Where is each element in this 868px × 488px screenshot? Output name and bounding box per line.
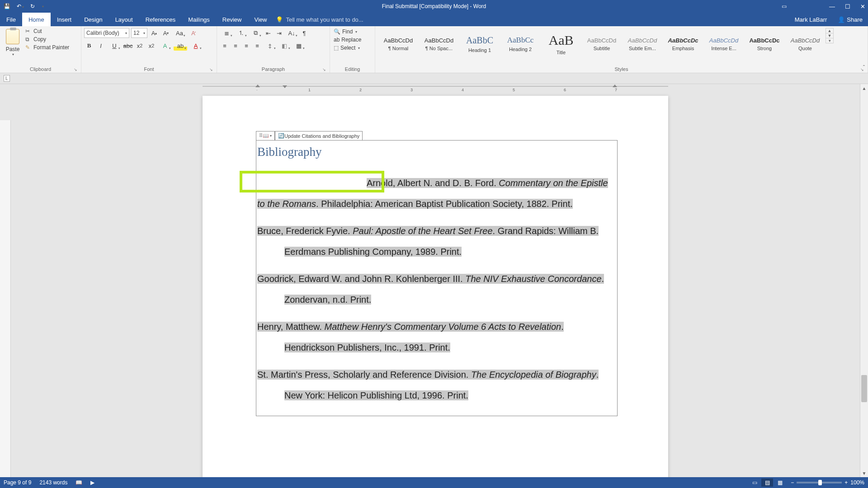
superscript-button[interactable]: x2 — [146, 41, 156, 51]
strikethrough-button[interactable]: abc — [123, 41, 133, 51]
change-case-button[interactable]: Aa — [173, 28, 186, 38]
tab-home[interactable]: Home — [22, 13, 51, 26]
shading-button[interactable]: ◧ — [278, 41, 291, 51]
macro-icon[interactable]: ▶ — [90, 479, 94, 486]
copy-button[interactable]: Copy — [25, 36, 69, 42]
status-bar: Page 9 of 9 2143 words 📖 ▶ ▭ ▤ ▦ − + 100… — [0, 477, 868, 488]
style-subtle-em-[interactable]: AaBbCcDdSubtle Em... — [622, 28, 663, 60]
ruler-corner: L — [0, 73, 868, 84]
text-effects-button[interactable]: A — [158, 41, 172, 51]
decrease-indent-button[interactable]: ⇤ — [263, 28, 273, 38]
style-intense-e-[interactable]: AaBbCcDdIntense E... — [703, 28, 744, 60]
update-citations-button[interactable]: 🔄 Update Citations and Bibliography — [275, 131, 363, 140]
tab-mailings[interactable]: Mailings — [182, 13, 216, 26]
replace-button[interactable]: abReplace — [333, 36, 362, 43]
scroll-down-icon[interactable]: ▼ — [860, 469, 868, 477]
show-marks-button[interactable]: ¶ — [299, 28, 309, 38]
redo-icon[interactable]: ↻ — [30, 3, 35, 9]
style-strong[interactable]: AaBbCcDcStrong — [744, 28, 785, 60]
vertical-ruler[interactable] — [0, 120, 11, 477]
zoom-level[interactable]: 100% — [850, 479, 864, 486]
style--no-spac-[interactable]: AaBbCcDd¶ No Spac... — [419, 28, 459, 60]
tab-review[interactable]: Review — [216, 13, 248, 26]
tab-layout[interactable]: Layout — [109, 13, 139, 26]
paste-button[interactable]: Paste ▾ — [3, 28, 23, 56]
share-button[interactable]: 👤 Share — [832, 13, 868, 26]
styles-up-icon[interactable]: ▲ — [826, 28, 833, 33]
tab-file[interactable]: File — [0, 13, 22, 26]
align-left-button[interactable]: ≡ — [220, 41, 230, 51]
justify-button[interactable]: ≡ — [252, 41, 262, 51]
paragraph-launcher-icon[interactable]: ↘ — [322, 67, 326, 72]
tab-selector[interactable]: L — [4, 75, 10, 82]
page-indicator[interactable]: Page 9 of 9 — [4, 479, 31, 486]
style-quote[interactable]: AaBbCcDdQuote — [785, 28, 826, 60]
bibliography-options-handle[interactable]: ⠿📖▾ — [256, 131, 275, 140]
font-name-select[interactable]: Calibri (Body)▾ — [84, 28, 129, 38]
scrollbar-thumb[interactable] — [861, 375, 867, 402]
highlight-button[interactable]: ab — [174, 41, 187, 51]
tab-design[interactable]: Design — [78, 13, 108, 26]
zoom-out-button[interactable]: − — [791, 479, 794, 486]
shrink-font-button[interactable]: A▾ — [161, 28, 171, 38]
user-name[interactable]: Mark LaBarr — [789, 13, 833, 26]
sort-button[interactable]: A↓ — [285, 28, 298, 38]
minimize-icon[interactable]: ― — [829, 3, 835, 10]
read-mode-button[interactable]: ▭ — [749, 479, 760, 487]
word-count[interactable]: 2143 words — [39, 479, 67, 486]
styles-down-icon[interactable]: ▼ — [826, 33, 833, 38]
undo-icon[interactable]: ↶▾ — [17, 3, 24, 9]
vertical-scrollbar[interactable]: ▲ ▼ — [860, 84, 868, 477]
close-icon[interactable]: ✕ — [860, 3, 865, 10]
font-size-select[interactable]: 12▾ — [131, 28, 147, 38]
clear-formatting-button[interactable]: A̛ — [188, 28, 198, 38]
align-center-button[interactable]: ≡ — [231, 41, 241, 51]
tell-me-search[interactable]: 💡 Tell me what you want to do... — [276, 13, 363, 26]
zoom-slider[interactable] — [797, 482, 842, 483]
ribbon-display-icon[interactable]: ▭ — [782, 3, 787, 9]
styles-more-icon[interactable]: ▾ — [826, 38, 833, 43]
scroll-up-icon[interactable]: ▲ — [860, 84, 868, 92]
maximize-icon[interactable]: ☐ — [845, 3, 850, 10]
tab-insert[interactable]: Insert — [51, 13, 78, 26]
bibliography-field[interactable]: Bibliography Arnold, Albert N. and D. B.… — [256, 140, 618, 416]
select-button[interactable]: ⬚Select▾ — [333, 44, 362, 52]
underline-button[interactable]: U — [108, 41, 121, 51]
tab-view[interactable]: View — [248, 13, 273, 26]
bold-button[interactable]: B — [84, 41, 94, 51]
numbering-button[interactable]: ⒈ — [234, 28, 248, 38]
grow-font-button[interactable]: A▴ — [149, 28, 159, 38]
horizontal-ruler[interactable]: · 1234567 — [203, 86, 668, 87]
borders-button[interactable]: ▦ — [292, 41, 306, 51]
cut-icon — [25, 28, 32, 34]
find-button[interactable]: 🔍Find▾ — [333, 28, 362, 35]
style-heading-2[interactable]: AaBbCcHeading 2 — [500, 28, 541, 60]
zoom-in-button[interactable]: + — [844, 479, 848, 486]
format-painter-button[interactable]: Format Painter — [25, 44, 69, 51]
web-layout-button[interactable]: ▦ — [774, 479, 786, 487]
spellcheck-icon[interactable]: 📖 — [75, 479, 82, 486]
style-emphasis[interactable]: AaBbCcDcEmphasis — [663, 28, 703, 60]
cut-button[interactable]: Cut — [25, 28, 69, 34]
document-area: · 1234567 ⠿📖▾ 🔄 Update Citations and Bib… — [0, 84, 868, 477]
collapse-ribbon-icon[interactable]: ˆ — [863, 65, 865, 71]
font-color-button[interactable]: A — [189, 41, 203, 51]
tab-references[interactable]: References — [139, 13, 182, 26]
italic-button[interactable]: I — [96, 41, 106, 51]
style-title[interactable]: AaBTitle — [541, 28, 581, 60]
increase-indent-button[interactable]: ⇥ — [274, 28, 284, 38]
clipboard-launcher-icon[interactable]: ↘ — [74, 67, 77, 72]
save-icon[interactable]: 💾 — [4, 3, 10, 9]
subscript-button[interactable]: x2 — [135, 41, 145, 51]
bullets-button[interactable]: ≣ — [220, 28, 233, 38]
font-launcher-icon[interactable]: ↘ — [209, 67, 213, 72]
multilevel-button[interactable]: ⧉ — [249, 28, 262, 38]
line-spacing-button[interactable]: ‡ — [263, 41, 277, 51]
style-subtitle[interactable]: AaBbCcDdSubtitle — [581, 28, 622, 60]
print-layout-button[interactable]: ▤ — [761, 479, 773, 487]
align-right-button[interactable]: ≡ — [241, 41, 251, 51]
qat-customize-icon[interactable]: ▾ — [42, 5, 44, 9]
style-heading-1[interactable]: AaBbCHeading 1 — [459, 28, 500, 60]
document-page[interactable]: ⠿📖▾ 🔄 Update Citations and Bibliography … — [203, 96, 668, 477]
style--normal[interactable]: AaBbCcDd¶ Normal — [378, 28, 419, 60]
